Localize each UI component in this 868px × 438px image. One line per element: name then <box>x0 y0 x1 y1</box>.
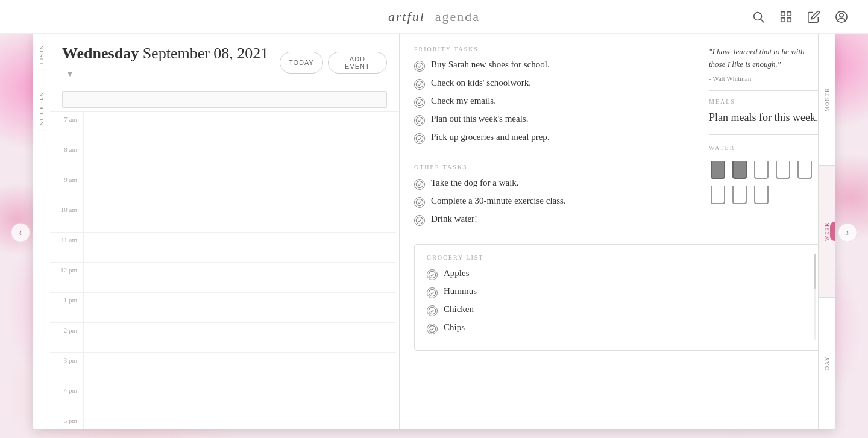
water-cup-8[interactable] <box>752 183 770 204</box>
grocery-check-icon[interactable] <box>427 324 438 334</box>
top-navigation: artfulagenda <box>0 0 868 34</box>
add-event-button[interactable]: ADD EVENT <box>328 52 387 74</box>
calendar-header: Wednesday September 08, 2021 ▼ TODAY ADD… <box>50 34 399 87</box>
time-row: 8 am <box>50 142 396 172</box>
nav-icons-group <box>750 8 850 25</box>
svg-rect-3 <box>787 11 791 15</box>
grocery-check-icon[interactable] <box>427 269 438 280</box>
water-cup-4[interactable] <box>774 157 792 179</box>
time-label: 7 am <box>50 112 83 123</box>
task-check-icon[interactable] <box>414 197 425 208</box>
time-label: 4 pm <box>50 383 83 394</box>
cup-fill <box>711 161 725 179</box>
time-label: 8 am <box>50 142 83 153</box>
task-text: Pick up groceries and meal prep. <box>431 132 550 142</box>
svg-point-0 <box>754 12 762 20</box>
time-label: 1 pm <box>50 293 83 304</box>
other-tasks-section: OTHER TASKS Take the dog for a walk. Co <box>414 164 697 226</box>
time-label: 5 pm <box>50 413 83 424</box>
search-icon[interactable] <box>750 8 767 25</box>
grid-icon[interactable] <box>778 8 794 25</box>
svg-point-19 <box>429 325 435 332</box>
task-item: Check on kids' schoolwork. <box>414 78 697 90</box>
water-cup-5[interactable] <box>796 157 814 179</box>
time-row: 3 pm <box>50 353 396 383</box>
svg-point-14 <box>416 199 423 205</box>
task-text: Plan out this week's meals. <box>431 114 528 124</box>
time-row: 12 pm <box>50 263 396 293</box>
task-check-icon[interactable] <box>414 133 425 144</box>
water-section: WATER <box>709 145 820 204</box>
task-text: Buy Sarah new shoes for school. <box>431 60 550 70</box>
task-check-icon[interactable] <box>414 179 425 190</box>
time-label: 9 am <box>50 172 83 183</box>
app-logo: artfulagenda <box>388 9 480 25</box>
grocery-item-text: Chicken <box>444 304 474 314</box>
task-item: Drink water! <box>414 214 697 226</box>
grocery-item: Chicken <box>427 304 808 316</box>
grocery-item: Hummus <box>427 286 808 298</box>
task-check-icon[interactable] <box>414 97 425 108</box>
task-text: Check on kids' schoolwork. <box>431 78 531 88</box>
grocery-check-icon[interactable] <box>427 305 438 316</box>
task-item: Pick up groceries and meal prep. <box>414 132 697 144</box>
sidebar-tab-lists[interactable]: LISTS <box>36 40 48 70</box>
grocery-item: Apples <box>427 268 808 280</box>
tab-month[interactable]: MONTH <box>818 34 835 166</box>
event-search[interactable] <box>62 91 387 108</box>
svg-point-16 <box>429 271 435 278</box>
cup-fill <box>754 186 769 204</box>
svg-point-9 <box>416 81 423 87</box>
svg-point-8 <box>416 63 423 69</box>
water-cup-3[interactable] <box>752 157 770 179</box>
task-check-icon[interactable] <box>414 215 425 226</box>
grocery-item-text: Chips <box>444 322 465 333</box>
water-cup-1[interactable] <box>709 157 727 179</box>
water-cup-7[interactable] <box>731 183 749 204</box>
time-row: 5 pm <box>50 413 396 429</box>
time-label: 10 am <box>50 202 83 213</box>
time-row: 9 am <box>50 172 396 202</box>
task-check-icon[interactable] <box>414 115 425 126</box>
today-button[interactable]: TODAY <box>280 52 323 74</box>
other-tasks-label: OTHER TASKS <box>414 164 697 171</box>
current-date: Wednesday September 08, 2021 ▼ <box>62 45 280 81</box>
task-check-icon[interactable] <box>414 61 425 72</box>
edit-icon[interactable] <box>805 8 822 25</box>
next-arrow[interactable]: › <box>838 223 857 242</box>
meals-section: MEALS Plan meals for this week. <box>709 98 820 126</box>
prev-arrow[interactable]: ‹ <box>11 223 30 242</box>
tab-week[interactable]: WEEK <box>818 166 835 298</box>
task-text: Complete a 30-minute exercise class. <box>431 196 566 206</box>
grocery-item-text: Hummus <box>444 286 477 296</box>
date-caret[interactable]: ▼ <box>66 69 74 78</box>
time-row: 11 am <box>50 233 396 263</box>
time-label: 11 am <box>50 233 83 243</box>
cup-fill <box>776 161 790 179</box>
svg-rect-2 <box>781 11 785 15</box>
water-cup-6[interactable] <box>709 183 727 204</box>
meals-label: MEALS <box>709 98 820 105</box>
profile-icon[interactable] <box>833 8 850 25</box>
tab-day[interactable]: DAY <box>818 298 835 429</box>
right-side-tabs: MONTH WEEK DAY <box>818 34 835 429</box>
cup-fill <box>754 161 769 179</box>
water-label: WATER <box>709 145 820 151</box>
week-tab-accent <box>830 222 835 241</box>
sidebar-tab-stickers[interactable]: STICKERS <box>36 87 48 131</box>
task-check-icon[interactable] <box>414 79 425 90</box>
time-row: 1 pm <box>50 293 396 323</box>
svg-point-10 <box>416 99 423 105</box>
grocery-list-scroll[interactable]: Apples Hummus Chicken <box>427 268 808 340</box>
time-label: 3 pm <box>50 353 83 364</box>
time-row: 4 pm <box>50 383 396 413</box>
grocery-scrollbar-thumb <box>814 254 816 289</box>
svg-rect-5 <box>787 17 791 21</box>
grocery-list-label: GROCERY LIST <box>427 254 808 261</box>
right-content: PRIORITY TASKS Buy Sarah new shoes for s… <box>400 34 835 429</box>
water-cup-2[interactable] <box>731 157 749 179</box>
grocery-check-icon[interactable] <box>427 287 438 298</box>
priority-tasks-section: PRIORITY TASKS Buy Sarah new shoes for s… <box>414 46 697 144</box>
grocery-item-text: Apples <box>444 268 470 278</box>
planner-container: LISTS STICKERS Wednesday September 08, 2… <box>33 34 835 429</box>
